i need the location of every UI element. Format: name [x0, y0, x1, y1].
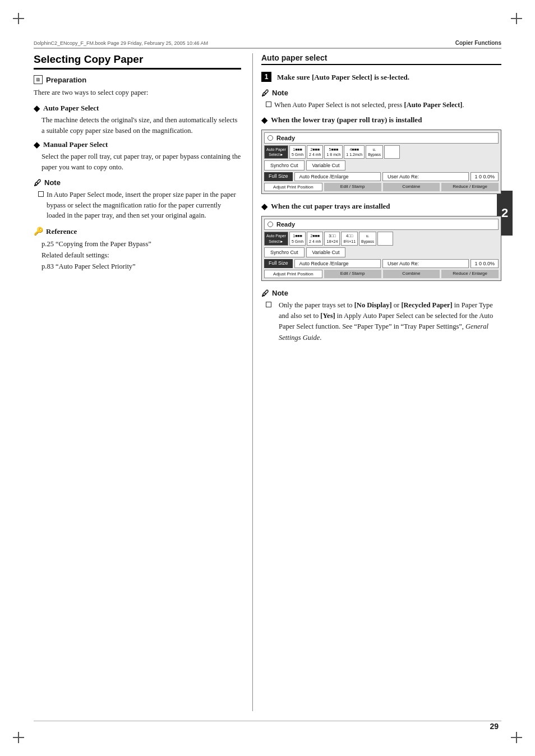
screen1-edit: Edit / Stamp: [324, 183, 381, 191]
screen1: Ready Auto PaperSelect► 1■■■5 Gmh 2■■■2 …: [261, 130, 501, 194]
screen2-tray-row: Auto PaperSelect► 1■■■5 Gmh 2■■■2 4 mh 3…: [264, 232, 499, 245]
screen1-reduce: Reduce / Enlarge: [441, 183, 499, 191]
screen2-full-size: Full Size: [264, 259, 293, 268]
screen2-tray1: 1■■■5 Gmh: [289, 232, 306, 245]
step1-box: 1 Make sure [Auto Paper Select] is se-le…: [261, 72, 501, 83]
screen1-tray4: 4■■■1 1.2mch: [344, 145, 365, 159]
note-checkbox: [38, 191, 44, 197]
final-note-header: 🖊 Note: [261, 289, 501, 298]
screen2-synchro: Synchro Cut: [264, 247, 305, 257]
left-note-title: Note: [44, 178, 61, 187]
cut-trays-title: When the cut paper trays are installed: [271, 202, 390, 211]
screen2-variable: Variable Cut: [306, 247, 346, 257]
auto-paper-bullet: ◆ Auto Paper Select The machine detects …: [34, 104, 241, 136]
screen1-row2: Synchro Cut Variable Cut: [264, 160, 499, 170]
screen1-status-circle: [268, 135, 273, 141]
auto-paper-title: Auto Paper Select: [43, 104, 99, 113]
screen1-percent: 1 0 0.0%: [471, 172, 499, 181]
right-column: Auto paper select 1 Make sure [Auto Pape…: [252, 53, 501, 711]
manual-paper-title-row: ◆ Manual Paper Select: [34, 140, 241, 150]
auto-paper-header: Auto paper select: [261, 53, 501, 65]
left-column: Selecting Copy Paper 🗎 Preparation There…: [34, 53, 252, 711]
prep-header: 🗎 Preparation: [34, 75, 241, 84]
screen1-adjust: Adjust Print Position: [264, 183, 322, 191]
lower-tray-title: When the lower tray (paper roll tray) is…: [271, 116, 422, 125]
screen2-row3: Full Size Auto Reduce /Enlarge User Auto…: [264, 259, 499, 268]
manual-paper-text: Select the paper roll tray, cut paper tr…: [41, 151, 241, 173]
prep-icon: 🗎: [34, 75, 43, 84]
corner-crosshair-tr: [511, 13, 522, 24]
screen1-tray-auto: Auto PaperSelect►: [264, 145, 288, 159]
screen1-synchro: Synchro Cut: [264, 160, 305, 170]
left-note-box: 🖊 Note In Auto Paper Select mode, insert…: [34, 178, 241, 221]
right-note-item: When Auto Paper Select is not selected, …: [266, 100, 501, 110]
ref-title: Reference: [46, 227, 77, 236]
prep-text: There are two ways to select copy paper:: [34, 87, 241, 98]
left-note-header: 🖊 Note: [34, 178, 241, 187]
right-note-box: 🖊 Note When Auto Paper Select is not sel…: [261, 89, 501, 110]
auto-paper-text: The machine detects the original's size,…: [41, 115, 241, 136]
page-number: 29: [490, 722, 499, 731]
section-title: Selecting Copy Paper: [34, 53, 241, 70]
final-note-checkbox: [266, 302, 271, 307]
final-note-item: Only the paper trays set to [No Display]…: [266, 300, 501, 344]
screen1-row3: Full Size Auto Reduce /Enlarge User Auto…: [264, 172, 499, 181]
screen1-variable: Variable Cut: [306, 160, 346, 170]
screen2-ready-text: Ready: [276, 221, 295, 228]
left-note-item: In Auto Paper Select mode, insert the pr…: [38, 190, 241, 221]
screen1-tray-row: Auto PaperSelect► 1■■■5 Gmh 2■■■2 4 mh 5…: [264, 145, 499, 159]
screen2-percent: 1 0 0.0%: [471, 259, 499, 268]
bullet-diamond-lower: ◆: [261, 116, 268, 125]
final-note-box: 🖊 Note Only the paper trays set to [No D…: [261, 289, 501, 344]
bullet-diamond-manual: ◆: [34, 140, 40, 150]
screen2-reduce: Reduce / Enlarge: [441, 270, 499, 278]
reference-box: 🔑 Reference p.25 “Copying from the Paper…: [34, 227, 241, 272]
corner-crosshair-bl: [13, 732, 24, 743]
screen2-user-auto: User Auto Re:: [382, 259, 469, 268]
top-divider: [34, 48, 501, 49]
lower-tray-bullet: ◆ When the lower tray (paper roll tray) …: [261, 116, 501, 125]
right-note-text: When Auto Paper Select is not selected, …: [274, 100, 464, 110]
manual-paper-bullet: ◆ Manual Paper Select Select the paper r…: [34, 140, 241, 173]
screen1-full-size: Full Size: [264, 172, 293, 181]
corner-crosshair-tl: [13, 13, 24, 24]
screen2-status-circle: [268, 222, 273, 227]
ref-line2: Related default settings:: [41, 250, 241, 261]
screen2-row4: Adjust Print Position Edit / Stamp Combi…: [264, 270, 499, 278]
screen2-tray4: 4□□8½×11: [341, 232, 358, 245]
ref-icon: 🔑: [34, 227, 43, 236]
corner-crosshair-br: [511, 732, 522, 743]
header-bar: DolphinC2_ENcopy_F_FM.book Page 29 Frida…: [34, 38, 501, 48]
screen1-tray2: 2■■■2 4 mh: [307, 145, 323, 159]
screen2: Ready Auto PaperSelect► 1■■■5 Gmh 2■■■2 …: [261, 216, 501, 280]
cut-tray-bullet: ◆ When the cut paper trays are installed: [261, 202, 501, 211]
screen2-extra: [377, 232, 393, 245]
note-icon-final: 🖊: [261, 289, 269, 298]
screen2-combine: Combine: [383, 270, 440, 278]
screen1-combine: Combine: [383, 183, 440, 191]
final-note-text: Only the paper trays set to [No Display]…: [279, 300, 501, 344]
screen2-tray-auto: Auto PaperSelect►: [264, 232, 288, 245]
ref-header: 🔑 Reference: [34, 227, 241, 236]
screen2-tray3: 3□□18×24: [324, 232, 340, 245]
ref-line1: p.25 “Copying from the Paper Bypass”: [41, 238, 241, 250]
screen1-row4: Adjust Print Position Edit / Stamp Combi…: [264, 183, 499, 191]
screen1-extra: [384, 145, 400, 159]
note-icon-left: 🖊: [34, 178, 41, 187]
screen1-user-auto: User Auto Re:: [382, 172, 469, 181]
right-note-title: Note: [272, 89, 288, 97]
bottom-divider: [34, 721, 501, 721]
right-note-checkbox: [266, 102, 271, 107]
screen2-tray2: 2■■■2 4 mh: [307, 232, 323, 245]
screen2-row2: Synchro Cut Variable Cut: [264, 247, 499, 257]
screen1-ready-text: Ready: [276, 135, 295, 141]
chapter-number: 2: [501, 206, 508, 220]
step1-text: Make sure [Auto Paper Select] is se-lect…: [277, 72, 409, 83]
bullet-diamond-cut: ◆: [261, 202, 268, 211]
screen2-ready-bar: Ready: [264, 219, 499, 230]
screen2-edit: Edit / Stamp: [324, 270, 381, 278]
screen1-tray3: 5■■■1 8 mch: [324, 145, 343, 159]
screen1-auto-reduce: Auto Reduce /Enlarge: [294, 172, 381, 181]
prep-title: Preparation: [46, 76, 86, 84]
preparation-box: 🗎 Preparation There are two ways to sele…: [34, 75, 241, 98]
